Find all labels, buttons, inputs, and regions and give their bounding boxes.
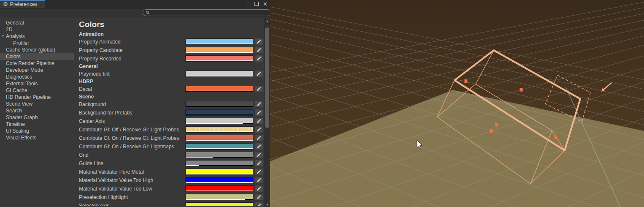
maximize-icon[interactable]	[254, 2, 259, 7]
sidebar-item-ui-scaling[interactable]: UI Scaling	[0, 128, 74, 134]
sidebar-item-timeline[interactable]: Timeline	[0, 121, 74, 128]
eyedropper-button[interactable]	[255, 135, 263, 141]
color-swatch-material-validator-value-too-high[interactable]	[185, 177, 253, 183]
scene-view[interactable]	[270, 0, 644, 207]
sidebar-item-hd-render-pipeline[interactable]: HD Render Pipeline	[0, 94, 74, 101]
window-menu-icon[interactable]: ⋮	[246, 2, 250, 6]
vertex-handle[interactable]	[520, 88, 523, 92]
eyedropper-button[interactable]	[255, 101, 263, 107]
sidebar-item-core-render-pipeline[interactable]: Core Render Pipeline	[0, 60, 74, 67]
color-swatch-preselection-highlight[interactable]	[185, 194, 253, 200]
color-swatch-grid[interactable]	[185, 152, 253, 158]
sidebar-item-colors[interactable]: Colors	[0, 53, 74, 60]
alpha-bar-white	[186, 123, 243, 124]
scroll-down-arrow[interactable]: ▼	[264, 203, 270, 206]
color-swatch-background[interactable]	[185, 101, 253, 107]
vertex-handle[interactable]	[490, 129, 493, 133]
color-swatch-contribute-gi-off-receive-gi-light-probes[interactable]	[185, 126, 253, 133]
eyedropper-icon	[256, 161, 262, 166]
color-label: Grid	[79, 151, 89, 159]
eyedropper-button[interactable]	[255, 55, 263, 62]
eyedropper-button[interactable]	[255, 194, 263, 200]
eyedropper-icon	[256, 71, 262, 76]
color-label: Decal	[79, 85, 92, 93]
foldout-arrow-icon[interactable]: ▼	[1, 33, 5, 40]
search-input[interactable]	[143, 9, 271, 16]
color-label: Material Validator Value Too Low	[79, 185, 152, 193]
eyedropper-button[interactable]	[255, 185, 263, 192]
color-row-property-recorded: Property Recorded	[74, 54, 270, 63]
eyedropper-button[interactable]	[255, 38, 263, 45]
eyedropper-icon	[256, 186, 262, 191]
eyedropper-button[interactable]	[255, 152, 263, 158]
eyedropper-icon	[256, 194, 262, 200]
sidebar-item-cache-server-global[interactable]: Cache Server (global)	[0, 46, 74, 53]
alpha-bar	[186, 123, 253, 124]
alpha-bar-white	[186, 199, 245, 200]
section-header-scene: Scene	[74, 93, 270, 100]
eyedropper-button[interactable]	[255, 47, 263, 53]
color-swatch-material-validator-pure-metal[interactable]	[185, 169, 253, 175]
vertex-handle[interactable]	[465, 79, 468, 83]
color-swatch-selected-axis[interactable]	[185, 202, 253, 206]
vertex-handle[interactable]	[555, 136, 557, 139]
color-row-contribute-gi-off-receive-gi-light-probes: Contribute GI: Off / Receive GI: Light P…	[74, 125, 270, 134]
color-swatch-guide-line[interactable]	[185, 160, 253, 166]
eyedropper-icon	[256, 169, 262, 174]
vertex-handle[interactable]	[495, 123, 498, 127]
alpha-bar-white	[186, 76, 253, 77]
sidebar-item-2d[interactable]: 2D	[0, 26, 74, 33]
eyedropper-button[interactable]	[255, 143, 263, 150]
eyedropper-button[interactable]	[255, 109, 263, 116]
color-row-grid: Grid	[74, 151, 270, 159]
scrollbar-thumb[interactable]	[265, 27, 269, 128]
color-swatch-material-validator-value-too-low[interactable]	[185, 185, 253, 192]
close-icon[interactable]: ✕	[263, 2, 268, 6]
preferences-tab[interactable]: ⚙ Preferences	[0, 0, 45, 8]
alpha-bar-white	[186, 131, 253, 133]
color-swatch-background-for-prefabs[interactable]	[185, 109, 253, 116]
color-swatch-center-axis[interactable]	[185, 118, 253, 124]
eyedropper-button[interactable]	[255, 169, 263, 175]
eyedropper-button[interactable]	[255, 177, 263, 183]
color-swatch-contribute-gi-on-receive-gi-light-probes[interactable]	[185, 135, 253, 141]
sidebar-item-shader-graph[interactable]: Shader Graph	[0, 114, 74, 121]
alpha-bar-white	[186, 174, 253, 175]
alpha-bar	[186, 52, 253, 53]
sidebar-item-label: 2D	[6, 27, 12, 33]
sidebar-item-label: Analysis	[6, 33, 25, 39]
sidebar-item-visual-effects[interactable]: Visual Effects	[0, 134, 74, 141]
sidebar-item-label: External Tools	[6, 81, 38, 87]
eyedropper-button[interactable]	[255, 86, 263, 92]
color-swatch-property-candidate[interactable]	[185, 47, 253, 53]
color-row-background-for-prefabs: Background for Prefabs	[74, 109, 270, 117]
sidebar-item-scene-view[interactable]: Scene View	[0, 101, 74, 107]
color-swatch-contribute-gi-on-receive-gi-lightmaps[interactable]	[185, 143, 253, 150]
sidebar-item-developer-mode[interactable]: Developer Mode	[0, 67, 74, 74]
scroll-up-arrow[interactable]: ▲	[264, 19, 270, 22]
sidebar-item-profiler[interactable]: Profiler	[0, 40, 74, 46]
eyedropper-icon	[256, 47, 262, 53]
color-label: Material Validator Pure Metal	[79, 168, 144, 176]
eyedropper-button[interactable]	[255, 71, 263, 77]
color-row-background: Background	[74, 100, 270, 109]
eyedropper-button[interactable]	[255, 160, 263, 166]
color-swatch-property-animated[interactable]	[185, 38, 253, 45]
eyedropper-button[interactable]	[255, 202, 263, 206]
eyedropper-icon	[256, 118, 262, 124]
colors-panel: Colors AnimationProperty AnimatedPropert…	[74, 18, 270, 207]
color-swatch-playmode-tint[interactable]	[185, 71, 253, 77]
vertical-scrollbar[interactable]: ▲ ▼	[264, 18, 270, 207]
sidebar-item-search[interactable]: Search	[0, 107, 74, 114]
sidebar-item-external-tools[interactable]: External Tools	[0, 80, 74, 87]
color-row-center-axis: Center Axis	[74, 117, 270, 125]
scene-canvas	[270, 0, 644, 207]
color-swatch-property-recorded[interactable]	[185, 55, 253, 62]
sidebar-item-analysis[interactable]: ▼Analysis	[0, 33, 74, 40]
sidebar-item-general[interactable]: General	[0, 19, 74, 26]
color-swatch-decal[interactable]	[185, 86, 253, 92]
sidebar-item-diagnostics[interactable]: Diagnostics	[0, 74, 74, 80]
eyedropper-button[interactable]	[255, 126, 263, 133]
sidebar-item-gi-cache[interactable]: GI Cache	[0, 87, 74, 94]
eyedropper-button[interactable]	[255, 118, 263, 124]
